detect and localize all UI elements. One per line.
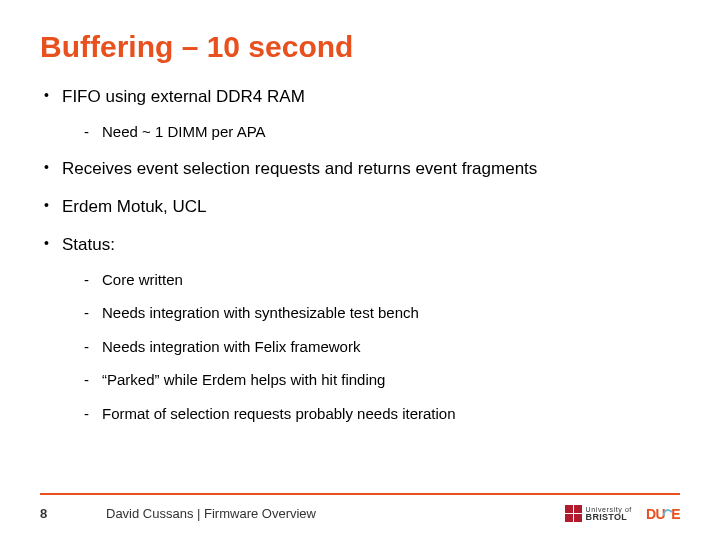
sub-item: Needs integration with synthesizable tes… [62,303,680,323]
bullet-item: Status: Core written Needs integration w… [40,234,680,424]
slide-title: Buffering – 10 second [40,30,680,64]
slide: Buffering – 10 second FIFO using externa… [0,0,720,540]
bullet-text: FIFO using external DDR4 RAM [62,87,305,106]
sub-item: Needs integration with Felix framework [62,337,680,357]
page-number: 8 [40,506,52,521]
bristol-line2: BRISTOL [586,513,632,522]
bullet-list: FIFO using external DDR4 RAM Need ~ 1 DI… [40,86,680,423]
sub-list: Need ~ 1 DIMM per APA [62,122,680,142]
bullet-item: FIFO using external DDR4 RAM Need ~ 1 DI… [40,86,680,142]
footer-logos: University of BRISTOL DUE [565,505,680,522]
sub-list: Core written Needs integration with synt… [62,270,680,424]
footer-rule [40,493,680,495]
bristol-crest-icon [565,505,582,522]
bullet-text: Receives event selection requests and re… [62,159,537,178]
bullet-item: Erdem Motuk, UCL [40,196,680,218]
sub-item: Need ~ 1 DIMM per APA [62,122,680,142]
sub-item: Core written [62,270,680,290]
dune-logo: DUE [646,506,680,522]
sub-item: Format of selection requests probably ne… [62,404,680,424]
footer-row: 8 David Cussans | Firmware Overview Univ… [40,505,680,522]
bullet-text: Status: [62,235,115,254]
bristol-text: University of BRISTOL [586,506,632,522]
bullet-item: Receives event selection requests and re… [40,158,680,180]
footer-text: David Cussans | Firmware Overview [106,506,511,521]
footer: 8 David Cussans | Firmware Overview Univ… [40,493,680,522]
bullet-text: Erdem Motuk, UCL [62,197,207,216]
sub-item: “Parked” while Erdem helps with hit find… [62,370,680,390]
bristol-logo: University of BRISTOL [565,505,632,522]
